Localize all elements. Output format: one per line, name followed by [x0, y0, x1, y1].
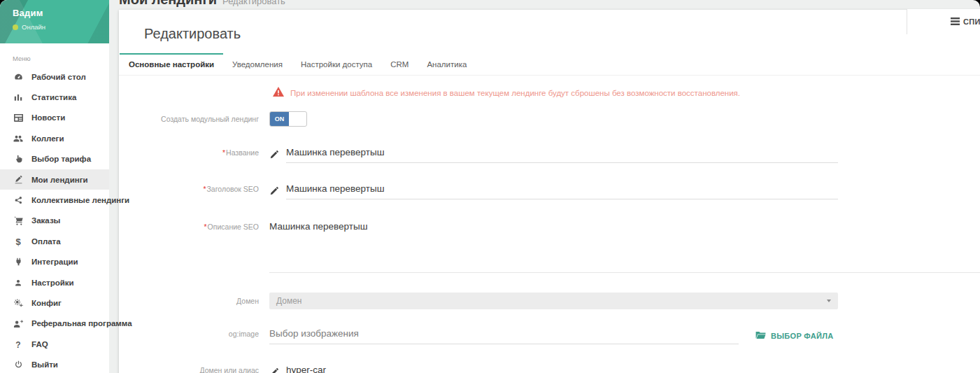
list-icon [951, 15, 960, 28]
sidebar-item-label: FAQ [31, 340, 48, 349]
sidebar-item-label: Конфиг [31, 299, 62, 307]
sidebar-item-dashboard[interactable]: Рабочий стол [0, 66, 109, 87]
svg-text:?: ? [15, 340, 20, 349]
dollar-icon: $ [13, 236, 24, 246]
edit-card: Редактировать Основные настройки Уведомл… [119, 10, 980, 373]
sidebar-item-label: Коллективные лендинги [31, 196, 129, 204]
sidebar-item-label: Выбор тарифа [31, 155, 91, 163]
sidebar-item-label: Мои лендинги [31, 176, 88, 184]
sidebar-item-orders[interactable]: Заказы [0, 211, 109, 231]
required-asterisk: * [222, 148, 225, 157]
sidebar-item-label: Заказы [31, 216, 60, 225]
page-subtitle: Редактировать [222, 0, 285, 6]
sidebar-item-my-landings[interactable]: Мои лендинги [0, 169, 109, 190]
sidebar-item-config[interactable]: Конфиг [0, 293, 109, 313]
sidebar-item-label: Статистика [31, 93, 76, 101]
domain-select-placeholder: Домен [276, 296, 302, 306]
toggle-on-label: ON [270, 112, 289, 126]
required-asterisk: * [203, 185, 206, 193]
sidebar-item-referral[interactable]: Реферальная программа [0, 314, 109, 334]
share-icon [13, 195, 24, 206]
pen-document-icon [13, 174, 24, 185]
seo-description-textarea[interactable]: Машинка перевертыш [269, 221, 980, 273]
tab-main-settings[interactable]: Основные настройки [120, 53, 223, 75]
gears-icon [13, 297, 24, 308]
warning-text: При изменении шаблона все изменения в ва… [290, 89, 740, 97]
modular-landing-toggle[interactable]: ON [269, 111, 307, 127]
sidebar-user-header: Вадим Онлайн [0, 0, 109, 43]
seo-description-label: Описание SEO [208, 223, 259, 231]
list-view-button[interactable]: список [907, 9, 980, 34]
alias-input[interactable] [286, 363, 838, 373]
sidebar-item-payment[interactable]: $ Оплата [0, 231, 109, 251]
sidebar-item-label: Новости [31, 113, 65, 122]
dashboard-icon [13, 71, 24, 82]
sidebar-item-statistics[interactable]: Статистика [0, 87, 109, 107]
modular-landing-row: Создать модульный лендинг ON [119, 111, 980, 127]
sidebar-item-faq[interactable]: ? FAQ [0, 334, 109, 354]
tab-access-settings[interactable]: Настройки доступа [292, 53, 381, 75]
question-icon: ? [13, 339, 24, 349]
choose-file-button[interactable]: ВЫБОР ФАЙЛА [755, 330, 834, 342]
sidebar-item-settings[interactable]: Настройки [0, 272, 109, 293]
user-status-label: Онлайн [22, 23, 45, 31]
sidebar-item-label: Настройки [31, 279, 74, 287]
plug-icon [13, 257, 24, 267]
tab-crm[interactable]: CRM [381, 53, 418, 75]
alias-row: Домен или алиас [119, 363, 980, 373]
page-title: Мои лендинги [119, 0, 217, 7]
list-button-label: список [963, 17, 980, 26]
sidebar-item-integrations[interactable]: Интеграции [0, 252, 109, 272]
menu-section-label: Меню [13, 55, 109, 62]
sidebar-item-logout[interactable]: Выйти [0, 354, 109, 373]
name-row: *Название [119, 146, 980, 163]
sidebar-item-colleagues[interactable]: Коллеги [0, 128, 109, 148]
sidebar: Вадим Онлайн Меню Рабочий стол Статистик… [0, 0, 109, 373]
landing-settings-form: Создать модульный лендинг ON *Название [119, 111, 980, 373]
name-label: Название [226, 148, 259, 157]
alias-label: Домен или алиас [119, 366, 259, 373]
edit-pencil-icon[interactable] [269, 367, 279, 373]
hand-pointer-icon [13, 154, 24, 164]
sidebar-item-news[interactable]: Новости [0, 108, 109, 128]
name-input[interactable] [286, 146, 838, 163]
og-image-value[interactable]: Выбор изображения [269, 327, 739, 344]
sidebar-item-collective-landings[interactable]: Коллективные лендинги [0, 190, 109, 210]
card-title: Редактировать [119, 10, 980, 53]
chevron-down-icon [827, 300, 831, 302]
seo-title-input[interactable] [286, 182, 838, 199]
user-status: Онлайн [13, 23, 109, 31]
og-image-row: og:image Выбор изображения ВЫБОР ФАЙЛА [119, 327, 980, 344]
page-heading-clipped: Мои лендингиРедактировать [119, 0, 539, 9]
sidebar-item-label: Рабочий стол [31, 73, 86, 81]
users-icon [13, 133, 24, 143]
domain-row: Домен Домен [119, 293, 980, 309]
newspaper-icon [13, 113, 24, 123]
sidebar-item-label: Реферальная программа [31, 319, 132, 328]
tab-analytics[interactable]: Аналитика [418, 53, 476, 75]
cart-icon [13, 216, 24, 226]
edit-pencil-icon[interactable] [269, 186, 279, 196]
user-icon [13, 277, 24, 288]
seo-title-row: *Заголовок SEO [119, 182, 980, 199]
sidebar-item-label: Коллеги [31, 134, 64, 143]
domain-select[interactable]: Домен [269, 293, 838, 309]
seo-title-label: Заголовок SEO [207, 185, 259, 193]
app-window: Мои лендингиРедактировать список Вадим О… [0, 0, 980, 373]
folder-icon [755, 330, 766, 342]
template-warning: При изменении шаблона все изменения в ва… [273, 87, 980, 99]
seo-description-row: *Описание SEO Машинка перевертыш [119, 221, 980, 273]
bar-chart-icon [13, 92, 24, 103]
power-icon [13, 360, 24, 370]
sidebar-item-label: Интеграции [31, 258, 78, 266]
modular-landing-label: Создать модульный лендинг [119, 115, 259, 123]
edit-pencil-icon[interactable] [269, 150, 279, 160]
domain-label: Домен [119, 297, 259, 305]
sidebar-item-label: Оплата [31, 237, 61, 246]
required-asterisk: * [204, 223, 207, 231]
warning-icon [273, 87, 284, 99]
sidebar-item-tariff[interactable]: Выбор тарифа [0, 149, 109, 169]
svg-text:$: $ [15, 237, 21, 246]
og-image-label: og:image [119, 330, 259, 338]
tab-notifications[interactable]: Уведомления [223, 53, 292, 75]
